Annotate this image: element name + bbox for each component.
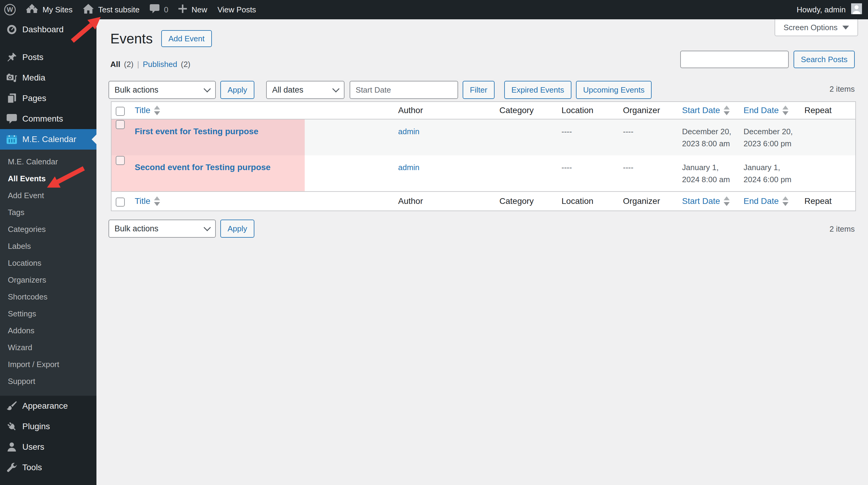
- submenu-import-export[interactable]: Import / Export: [0, 356, 96, 373]
- select-all-checkbox[interactable]: [116, 198, 125, 207]
- chevron-down-icon: [842, 26, 849, 30]
- column-header-end-date[interactable]: End Date: [744, 106, 788, 115]
- column-header-author: Author: [392, 102, 493, 119]
- apply-button-bottom[interactable]: Apply: [220, 220, 254, 238]
- comments-menu[interactable]: 0: [150, 4, 168, 16]
- column-header-location: Location: [555, 102, 617, 119]
- howdy-label[interactable]: Howdy, admin: [797, 5, 846, 15]
- view-published-count: (2): [181, 60, 190, 69]
- view-all-count: (2): [124, 60, 133, 69]
- sidebar-item-label: Posts: [22, 53, 43, 62]
- site-menu[interactable]: Test subsite: [83, 4, 140, 16]
- category-cell: [493, 155, 555, 192]
- events-table: Title Author Category Location Organizer…: [111, 101, 856, 211]
- row-checkbox[interactable]: [116, 156, 125, 165]
- plug-icon: [6, 421, 18, 432]
- submenu-addons[interactable]: Addons: [0, 322, 96, 339]
- search-posts-button[interactable]: Search Posts: [794, 51, 855, 68]
- new-menu[interactable]: New: [179, 4, 207, 15]
- sidebar-item-appearance[interactable]: Appearance: [0, 396, 96, 416]
- sidebar-item-plugins[interactable]: Plugins: [0, 416, 96, 437]
- filter-button[interactable]: Filter: [463, 81, 495, 99]
- sidebar-item-me-calendar[interactable]: M.E. Calendar: [0, 129, 96, 150]
- author-link[interactable]: admin: [398, 127, 420, 136]
- chevron-down-icon: [204, 85, 211, 92]
- sidebar-item-pages[interactable]: Pages: [0, 88, 96, 109]
- row-checkbox[interactable]: [116, 120, 125, 129]
- submenu-wizard[interactable]: Wizard: [0, 339, 96, 356]
- search-input[interactable]: [680, 51, 789, 68]
- camera-icon: [6, 73, 18, 83]
- sidebar-item-dashboard[interactable]: Dashboard: [0, 19, 96, 40]
- submenu-locations[interactable]: Locations: [0, 255, 96, 272]
- category-cell: [493, 119, 555, 155]
- sidebar-item-users[interactable]: Users: [0, 437, 96, 457]
- chevron-down-icon: [204, 224, 211, 231]
- submenu-organizers[interactable]: Organizers: [0, 272, 96, 288]
- event-title-link[interactable]: First event for Testing purpose: [135, 127, 258, 136]
- column-header-title[interactable]: Title: [135, 106, 160, 115]
- sidebar-item-label: Plugins: [22, 422, 50, 431]
- my-sites-menu[interactable]: My Sites: [26, 4, 73, 16]
- submenu-all-events[interactable]: All Events: [0, 170, 96, 187]
- items-count: 2 items: [830, 84, 855, 94]
- submenu-shortcodes[interactable]: Shortcodes: [0, 288, 96, 305]
- table-footer-row: Title Author Category Location Organizer…: [111, 192, 856, 211]
- view-posts-link[interactable]: View Posts: [217, 5, 256, 15]
- bulk-actions-value: Bulk actions: [115, 224, 158, 233]
- column-footer-end-date[interactable]: End Date: [744, 196, 788, 206]
- expired-events-button[interactable]: Expired Events: [504, 81, 571, 99]
- sort-icon: [782, 106, 788, 115]
- view-separator: |: [137, 60, 139, 69]
- sidebar-item-comments[interactable]: Comments: [0, 109, 96, 129]
- submenu-tags[interactable]: Tags: [0, 204, 96, 221]
- column-footer-category: Category: [493, 192, 555, 211]
- wordpress-menu[interactable]: W: [4, 4, 16, 16]
- bulk-actions-select[interactable]: Bulk actions: [108, 81, 216, 99]
- admin-bar: W My Sites Test subsite 0 New View Posts: [0, 0, 868, 19]
- submenu-categories[interactable]: Categories: [0, 221, 96, 238]
- my-sites-icon: [26, 4, 38, 16]
- avatar[interactable]: [851, 3, 862, 16]
- submenu-me-calendar[interactable]: M.E. Calendar: [0, 153, 96, 170]
- end-date-cell: January 1, 2024 6:00 pm: [738, 155, 798, 192]
- sort-icon: [154, 196, 160, 206]
- bulk-actions-select-bottom[interactable]: Bulk actions: [108, 220, 216, 238]
- sidebar-item-tools[interactable]: Tools: [0, 457, 96, 478]
- organizer-cell: ----: [617, 119, 676, 155]
- sidebar-item-media[interactable]: Media: [0, 67, 96, 88]
- sort-icon: [782, 196, 788, 206]
- apply-button[interactable]: Apply: [220, 81, 254, 99]
- start-date-cell: December 20, 2023 8:00 am: [676, 119, 738, 155]
- column-header-start-date[interactable]: Start Date: [682, 106, 730, 115]
- admin-sidebar: Dashboard Posts Media: [0, 19, 96, 485]
- submenu-labels[interactable]: Labels: [0, 238, 96, 255]
- pushpin-icon: [6, 52, 18, 62]
- repeat-cell: [798, 155, 856, 192]
- dashboard-icon: [6, 24, 18, 35]
- all-dates-select[interactable]: All dates: [266, 81, 344, 99]
- repeat-cell: [798, 119, 856, 155]
- user-icon: [6, 442, 18, 452]
- view-published-link[interactable]: Published: [143, 60, 177, 69]
- event-title-link[interactable]: Second event for Testing purpose: [135, 163, 271, 172]
- view-all-link[interactable]: All: [110, 60, 120, 69]
- screen-options-toggle[interactable]: Screen Options: [775, 19, 858, 36]
- column-footer-title[interactable]: Title: [135, 196, 160, 206]
- sort-icon: [724, 196, 730, 206]
- submenu-support[interactable]: Support: [0, 373, 96, 390]
- submenu-settings[interactable]: Settings: [0, 305, 96, 322]
- sidebar-item-posts[interactable]: Posts: [0, 47, 96, 67]
- column-footer-start-date[interactable]: Start Date: [682, 196, 730, 206]
- author-link[interactable]: admin: [398, 163, 420, 172]
- comments-count: 0: [164, 5, 168, 15]
- sidebar-item-label: Dashboard: [22, 25, 64, 34]
- submenu-add-event[interactable]: Add Event: [0, 187, 96, 204]
- comment-bubble-icon: [150, 4, 159, 16]
- add-event-button[interactable]: Add Event: [161, 30, 212, 47]
- home-icon: [83, 4, 94, 16]
- select-all-checkbox[interactable]: [116, 107, 125, 116]
- upcoming-events-button[interactable]: Upcoming Events: [576, 81, 652, 99]
- column-footer-author: Author: [392, 192, 493, 211]
- start-date-input[interactable]: [350, 81, 458, 99]
